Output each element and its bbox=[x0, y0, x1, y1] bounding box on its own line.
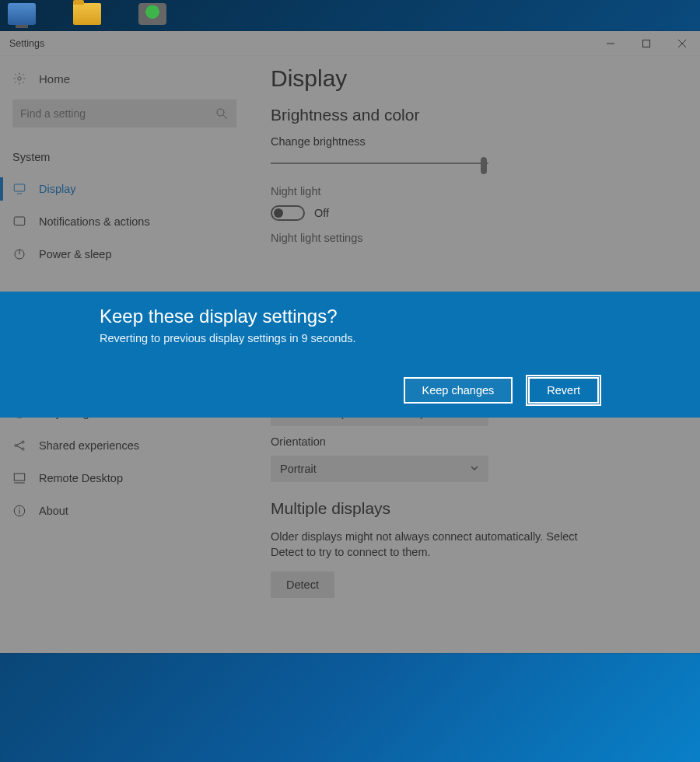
slider-thumb[interactable] bbox=[481, 157, 487, 174]
notifications-icon bbox=[12, 215, 26, 229]
caption-buttons bbox=[593, 31, 700, 56]
display-settings-dialog: Keep these display settings? Reverting t… bbox=[0, 292, 700, 418]
sidebar-item-power[interactable]: Power & sleep bbox=[0, 238, 249, 271]
page-title: Display bbox=[271, 65, 669, 92]
info-icon bbox=[12, 504, 26, 518]
search-icon bbox=[215, 107, 229, 121]
label-night-light: Night light bbox=[271, 185, 669, 197]
svg-point-5 bbox=[217, 109, 224, 116]
svg-line-19 bbox=[17, 446, 22, 449]
revert-button[interactable]: Revert bbox=[528, 377, 599, 404]
svg-rect-9 bbox=[14, 217, 25, 225]
folder-icon[interactable] bbox=[73, 3, 101, 25]
svg-point-17 bbox=[22, 448, 24, 450]
toggle-knob bbox=[274, 208, 283, 218]
sidebar-item-label: About bbox=[39, 505, 68, 517]
sidebar-home[interactable]: Home bbox=[0, 65, 249, 100]
svg-point-4 bbox=[18, 77, 22, 81]
search-input[interactable] bbox=[12, 100, 236, 128]
dialog-subtitle: Reverting to previous display settings i… bbox=[100, 332, 600, 344]
night-light-toggle[interactable] bbox=[271, 205, 305, 221]
desktop-icons bbox=[8, 3, 166, 25]
night-light-state: Off bbox=[314, 207, 329, 219]
orientation-value: Portrait bbox=[280, 463, 317, 475]
window-title: Settings bbox=[9, 38, 44, 49]
sidebar-item-display[interactable]: Display bbox=[0, 173, 249, 205]
maximize-button[interactable] bbox=[628, 31, 664, 56]
sidebar-item-label: Power & sleep bbox=[39, 248, 112, 260]
idm-icon[interactable] bbox=[138, 3, 166, 25]
search-field[interactable] bbox=[20, 107, 215, 120]
label-change-brightness: Change brightness bbox=[271, 135, 669, 148]
sidebar-item-remote[interactable]: Remote Desktop bbox=[0, 462, 249, 495]
svg-point-15 bbox=[15, 445, 17, 447]
sidebar-item-label: Remote Desktop bbox=[39, 472, 123, 484]
sidebar-item-label: Display bbox=[39, 183, 76, 195]
svg-rect-1 bbox=[643, 40, 650, 47]
sidebar-item-about[interactable]: About bbox=[0, 495, 249, 527]
sidebar-item-shared[interactable]: Shared experiences bbox=[0, 429, 249, 462]
sidebar-item-label: Notifications & actions bbox=[39, 215, 150, 228]
keep-changes-button[interactable]: Keep changes bbox=[404, 377, 513, 404]
shared-icon bbox=[12, 439, 26, 453]
section-multiple: Multiple displays bbox=[271, 499, 669, 518]
remote-icon bbox=[12, 471, 26, 485]
this-pc-icon[interactable] bbox=[8, 3, 36, 25]
slider-track bbox=[271, 163, 488, 164]
detect-button[interactable]: Detect bbox=[271, 572, 334, 598]
brightness-slider[interactable] bbox=[271, 156, 488, 171]
svg-line-6 bbox=[223, 115, 227, 119]
svg-point-16 bbox=[22, 441, 24, 443]
settings-window: Settings Home bbox=[0, 31, 700, 653]
svg-line-18 bbox=[17, 442, 22, 445]
svg-point-24 bbox=[19, 508, 20, 509]
multiple-displays-desc: Older displays might not always connect … bbox=[271, 529, 605, 561]
dialog-title: Keep these display settings? bbox=[100, 306, 600, 327]
section-brightness: Brightness and color bbox=[271, 106, 669, 124]
minimize-button[interactable] bbox=[593, 31, 628, 56]
sidebar-item-notifications[interactable]: Notifications & actions bbox=[0, 205, 249, 238]
label-orientation: Orientation bbox=[271, 435, 669, 448]
svg-rect-7 bbox=[14, 184, 25, 191]
chevron-down-icon bbox=[470, 463, 479, 475]
power-icon bbox=[12, 247, 26, 261]
gear-icon bbox=[12, 72, 26, 86]
close-button[interactable] bbox=[664, 31, 700, 56]
sidebar-group-label: System bbox=[0, 148, 249, 173]
titlebar: Settings bbox=[0, 31, 700, 56]
orientation-dropdown[interactable]: Portrait bbox=[271, 456, 488, 482]
svg-rect-20 bbox=[14, 474, 25, 481]
sidebar-item-label: Shared experiences bbox=[39, 439, 139, 452]
night-light-settings-link[interactable]: Night light settings bbox=[271, 232, 669, 244]
sidebar-home-label: Home bbox=[39, 72, 70, 86]
display-icon bbox=[12, 182, 26, 196]
